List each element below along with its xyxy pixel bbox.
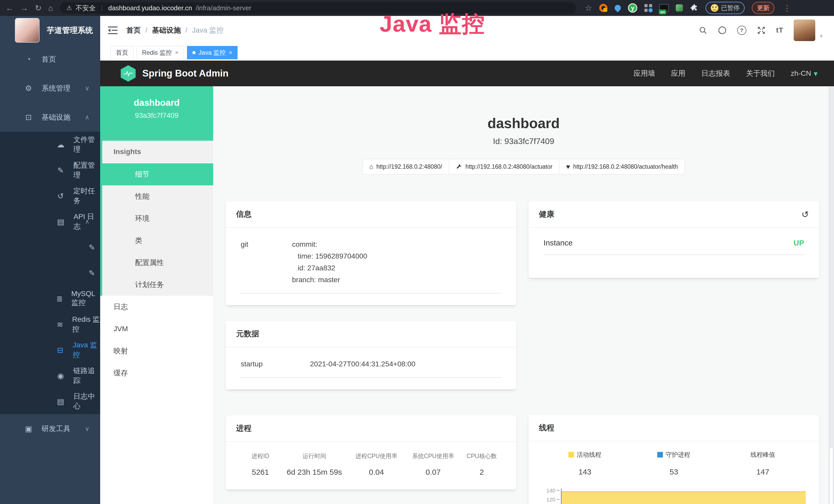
startup-row: startup 2021-04-27T00:44:31.254+08:00 [241,358,501,370]
column-header: CPU核心数 [458,452,506,460]
reload-icon[interactable]: ↻ [35,4,42,12]
sidebar-item-label: MySQL 监控 [71,290,100,307]
sba-item-metrics[interactable]: 性能 [102,185,213,207]
divider [241,377,501,378]
home-icon[interactable]: ⌂ [48,4,53,12]
extension-y-icon[interactable]: y [628,3,637,13]
sba-nav-wallboard[interactable]: 应用墙 [634,69,655,78]
sba-nav-about[interactable]: 关于我们 [746,69,775,78]
search-icon[interactable] [699,26,707,35]
page-instance-id: Id: 93a3fc7f7409 [213,137,834,146]
back-icon[interactable]: ← [6,4,14,12]
tab-home[interactable]: 首页 [110,46,134,59]
sba-item-config-props[interactable]: 配置属性 [102,252,213,274]
breadcrumb-infrastructure[interactable]: 基础设施 [152,25,181,35]
service-url: http://192.168.0.2:48080/ [376,163,442,170]
legend-live-threads[interactable]: 活动线程 [541,451,629,459]
font-size-icon[interactable]: tT [776,26,784,35]
url-path: /infra/admin-server [196,4,251,12]
threads-area-chart: 140 120 100 [541,487,807,504]
sba-item-caches[interactable]: 缓存 [100,362,213,384]
extension-pin-icon[interactable] [613,4,622,12]
page-title: dashboard [213,115,834,132]
sidebar-item-tracing[interactable]: ◉ 链路追踪 [0,363,100,388]
history-icon[interactable]: ↺ [802,209,809,220]
not-secure-label: 不安全 [75,4,95,13]
legend-daemon-threads[interactable]: 守护进程 [629,451,718,459]
extension-grid-icon[interactable] [644,4,652,12]
sidebar-item-home[interactable]: ◔ 首页 [0,45,100,74]
actuator-url-button[interactable]: http://192.168.0.2:48080/actuator [449,159,559,174]
sidebar-item-api-logs[interactable]: ▤ API 日志 ∧ [0,209,100,234]
sidebar-item-redis-monitor[interactable]: ≋ Redis 监控 [0,312,100,337]
collapse-sidebar-icon[interactable] [108,26,118,34]
bookmark-star-icon[interactable]: ☆ [585,3,592,13]
tab-java-monitor[interactable]: Java 监控 × [187,46,238,59]
sidebar-item-label: 文件管理 [73,135,100,154]
sidebar-item-mysql-monitor[interactable]: ≣ MySQL 监控 [0,286,100,312]
sidebar-item-scheduled-tasks[interactable]: ↺ 定时任务 [0,183,100,209]
update-button[interactable]: 更新 [752,2,774,14]
sba-item-jvm[interactable]: JVM [100,318,213,340]
spring-boot-admin-logo-icon[interactable] [121,65,136,82]
extension-switch-icon[interactable]: on [659,4,668,12]
locale-label: zh-CN [791,69,811,77]
column-header: 系统CPU使用率 [409,452,458,460]
sidebar-item-access-logs[interactable]: ✎ 访问日志 [0,234,100,260]
page-scrollbar[interactable] [828,16,834,504]
user-avatar[interactable] [794,20,815,41]
y-tick-120: 120 [541,497,555,503]
app-logo[interactable]: 芋道管理系统 [0,16,100,45]
breadcrumb-home[interactable]: 首页 [126,25,141,35]
sba-item-mappings[interactable]: 映射 [100,340,213,362]
profile-paused-pill[interactable]: 已暂停 [706,2,745,14]
health-url-button[interactable]: ♥ http://192.168.0.2:48080/actuator/heal… [559,159,685,174]
sba-item-classes[interactable]: 类 [102,230,213,252]
address-bar[interactable]: ⚠ 不安全 dashboard.yudao.iocoder.cn/infra/a… [60,2,576,14]
sba-nav: 应用墙 应用 日志报表 关于我们 zh-CN ▾ [634,69,817,78]
infrastructure-submenu: ☁ 文件管理 ✎ 配置管理 ↺ 定时任务 ▤ API 日志 ∧ ✎ 访问日志 ✎ [0,132,100,414]
instance-health-row[interactable]: Instance UP [544,238,804,247]
sidebar-item-log-center[interactable]: ▤ 日志中心 [0,388,100,414]
extension-leaf-icon[interactable] [676,4,683,12]
sba-item-details[interactable]: 细节 [102,163,213,185]
sidebar-item-config-management[interactable]: ✎ 配置管理 [0,157,100,183]
process-cpu-usage: 0.04 [344,468,409,477]
instance-header: dashboard 93a3fc7f7409 [100,86,213,141]
sidebar-item-file-management[interactable]: ☁ 文件管理 [0,132,100,157]
sba-nav-applications[interactable]: 应用 [671,69,685,78]
git-key: git [241,238,292,286]
tab-label: Java 监控 [199,48,225,57]
tab-redis-monitor[interactable]: Redis 监控 × [137,46,184,59]
breadcrumb-separator: / [146,26,148,35]
forward-icon[interactable]: → [20,4,28,12]
process-card-title: 进程 [236,423,251,434]
close-icon[interactable]: × [228,49,232,56]
sba-item-scheduled-tasks[interactable]: 计划任务 [102,274,213,296]
sidebar-item-error-logs[interactable]: ✎ 错误日志 [0,260,100,286]
sidebar-item-infrastructure[interactable]: ⊡ 基础设施 ∧ [0,103,100,132]
sidebar-item-label: 定时任务 [73,186,100,206]
sba-nav-journal[interactable]: 日志报表 [701,69,730,78]
sidebar-item-dev-tools[interactable]: ▣ 研发工具 ∨ [0,414,100,443]
threads-values: 143 53 147 [541,459,807,476]
process-card: 进程 进程ID 运行时间 进程CPU使用率 系统CPU使用率 CPU核心数 52… [225,415,517,489]
scrollbar-thumb[interactable] [829,447,833,504]
locale-selector[interactable]: zh-CN ▾ [791,69,817,78]
url-host: dashboard.yudao.iocoder.cn [108,4,192,12]
github-icon[interactable] [718,26,727,35]
sba-item-logs[interactable]: 日志 [100,296,213,318]
breadcrumb-separator: / [185,26,188,35]
cards-right-column: 健康 ↺ Instance UP [528,201,819,504]
browser-menu-icon[interactable]: ⋮ [783,4,791,13]
sidebar-item-java-monitor[interactable]: ⊟ Java 监控 [0,337,100,363]
extensions-puzzle-icon[interactable] [690,4,698,12]
sidebar-item-system[interactable]: ⚙ 系统管理 ∨ [0,74,100,103]
tab-label: Redis 监控 [142,48,172,57]
help-icon[interactable]: ? [737,26,746,35]
sba-item-environment[interactable]: 环境 [102,207,213,230]
close-icon[interactable]: × [175,49,178,56]
fullscreen-icon[interactable] [757,26,766,35]
service-url-button[interactable]: ⌂ http://192.168.0.2:48080/ [363,159,449,174]
extension-orange-icon[interactable] [599,4,608,12]
